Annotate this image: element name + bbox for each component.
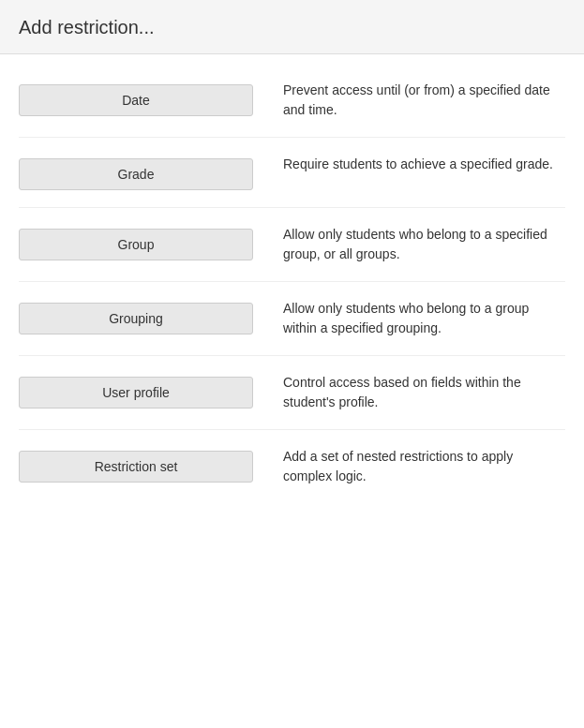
restriction-button-group[interactable]: Group [19, 229, 253, 260]
restriction-btn-col-user-profile: User profile [19, 373, 272, 409]
page-container: Add restriction... DatePrevent access un… [0, 0, 584, 513]
restriction-row: Restriction setAdd a set of nested restr… [19, 430, 565, 503]
restriction-desc-grade: Require students to achieve a specified … [272, 155, 565, 174]
restriction-button-date[interactable]: Date [19, 84, 253, 116]
restriction-desc-date: Prevent access until (or from) a specifi… [272, 81, 565, 120]
restriction-desc-restriction-set: Add a set of nested restrictions to appl… [272, 447, 565, 486]
restriction-btn-col-date: Date [19, 81, 272, 116]
restriction-button-grouping[interactable]: Grouping [19, 303, 253, 334]
restriction-btn-col-group: Group [19, 225, 272, 260]
restriction-button-grade[interactable]: Grade [19, 158, 253, 190]
restriction-row: GroupAllow only students who belong to a… [19, 208, 565, 282]
restriction-btn-col-restriction-set: Restriction set [19, 447, 272, 483]
restriction-btn-col-grade: Grade [19, 155, 272, 190]
restriction-row: GroupingAllow only students who belong t… [19, 282, 565, 356]
restriction-button-user-profile[interactable]: User profile [19, 377, 253, 409]
restriction-row: User profileControl access based on fiel… [19, 356, 565, 430]
page-title: Add restriction... [0, 0, 584, 54]
restriction-button-restriction-set[interactable]: Restriction set [19, 451, 253, 483]
restriction-desc-grouping: Allow only students who belong to a grou… [272, 299, 565, 338]
restrictions-list: DatePrevent access until (or from) a spe… [0, 54, 584, 513]
restriction-btn-col-grouping: Grouping [19, 299, 272, 334]
restriction-desc-group: Allow only students who belong to a spec… [272, 225, 565, 264]
restriction-row: GradeRequire students to achieve a speci… [19, 138, 565, 208]
restriction-row: DatePrevent access until (or from) a spe… [19, 64, 565, 138]
restriction-desc-user-profile: Control access based on fields within th… [272, 373, 565, 412]
